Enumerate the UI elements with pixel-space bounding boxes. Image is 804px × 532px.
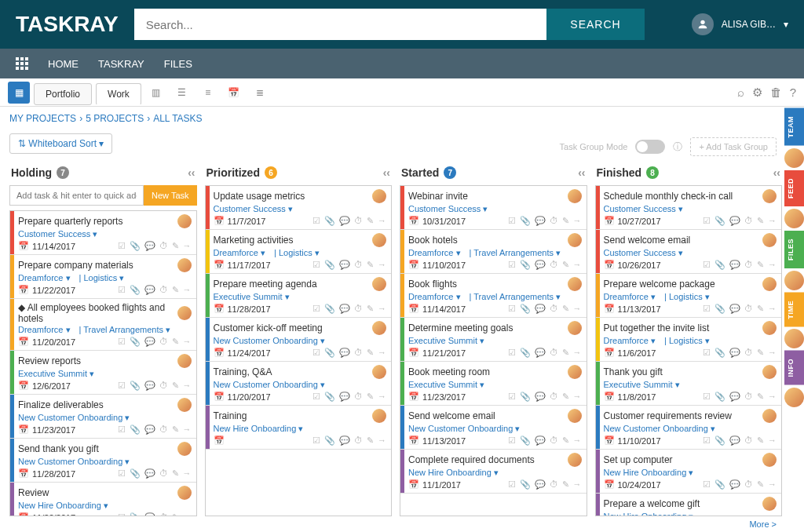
timer-icon[interactable]: ⏱ bbox=[744, 304, 753, 314]
chat-icon[interactable]: 💬 bbox=[144, 241, 155, 251]
card-project[interactable]: Dreamforce ▾ | Logistics ▾ bbox=[604, 292, 777, 302]
attachment-icon[interactable]: 📎 bbox=[130, 512, 141, 516]
card-project[interactable]: Customer Success ▾ bbox=[18, 229, 192, 239]
task-card[interactable]: Put together the invite list Dreamforce … bbox=[596, 318, 782, 362]
arrow-icon[interactable]: → bbox=[573, 392, 582, 402]
assignee-avatar[interactable] bbox=[177, 486, 192, 500]
nav-home[interactable]: HOME bbox=[48, 58, 79, 70]
task-card[interactable]: Webinar invite Customer Success ▾ 📅 10/3… bbox=[400, 186, 587, 230]
assignee-avatar[interactable] bbox=[568, 453, 582, 467]
timer-icon[interactable]: ⏱ bbox=[354, 216, 363, 226]
timer-icon[interactable]: ⏱ bbox=[550, 392, 558, 402]
card-project[interactable]: New Customer Onboarding ▾ bbox=[18, 413, 192, 423]
chat-icon[interactable]: 💬 bbox=[729, 260, 740, 270]
timer-icon[interactable]: ⏱ bbox=[744, 348, 753, 358]
edit-icon[interactable]: ✎ bbox=[562, 392, 569, 402]
timer-icon[interactable]: ⏱ bbox=[550, 260, 558, 270]
timer-icon[interactable]: ⏱ bbox=[159, 285, 168, 295]
chat-icon[interactable]: 💬 bbox=[535, 260, 546, 270]
arrow-icon[interactable]: → bbox=[768, 304, 777, 314]
task-group-toggle[interactable] bbox=[635, 140, 665, 154]
edit-icon[interactable]: ✎ bbox=[562, 348, 569, 358]
edit-icon[interactable]: ✎ bbox=[757, 392, 764, 402]
assignee-avatar[interactable] bbox=[177, 354, 192, 368]
timer-icon[interactable]: ⏱ bbox=[744, 479, 753, 490]
card-project[interactable]: Customer Success ▾ bbox=[604, 204, 777, 214]
arrow-icon[interactable]: → bbox=[768, 348, 777, 358]
edit-icon[interactable]: ✎ bbox=[367, 260, 374, 270]
chat-icon[interactable]: 💬 bbox=[535, 435, 546, 446]
card-project[interactable]: Executive Summit ▾ bbox=[18, 369, 192, 379]
assignee-avatar[interactable] bbox=[177, 398, 192, 412]
timer-icon[interactable]: ⏱ bbox=[159, 381, 168, 391]
side-tab-feed[interactable]: FEED bbox=[784, 170, 804, 206]
arrow-icon[interactable]: → bbox=[378, 348, 386, 358]
task-card[interactable]: Training New Hire Onboarding ▾ 📅 ☑ 📎 💬 ⏱… bbox=[206, 406, 392, 450]
edit-icon[interactable]: ✎ bbox=[172, 468, 179, 479]
checklist-icon[interactable]: ☑ bbox=[508, 392, 516, 402]
edit-icon[interactable]: ✎ bbox=[757, 479, 764, 490]
attachment-icon[interactable]: 📎 bbox=[324, 392, 335, 402]
task-card[interactable]: ◆ All employees booked flights and hotel… bbox=[10, 299, 196, 351]
align-view-icon[interactable]: ≡ bbox=[197, 82, 219, 104]
card-project[interactable]: Customer Success ▾ bbox=[214, 204, 387, 214]
card-project[interactable]: New Customer Onboarding ▾ bbox=[18, 457, 192, 467]
edit-icon[interactable]: ✎ bbox=[172, 425, 179, 435]
edit-icon[interactable]: ✎ bbox=[367, 392, 374, 402]
assignee-avatar[interactable] bbox=[762, 497, 777, 511]
tab-portfolio[interactable]: Portfolio bbox=[34, 83, 92, 105]
chat-icon[interactable]: 💬 bbox=[144, 381, 155, 391]
arrow-icon[interactable]: → bbox=[573, 348, 582, 358]
checklist-icon[interactable]: ☑ bbox=[118, 512, 126, 516]
side-avatar[interactable] bbox=[784, 148, 804, 168]
tab-work[interactable]: Work bbox=[96, 83, 141, 105]
assignee-avatar[interactable] bbox=[372, 233, 386, 247]
row-view-icon[interactable]: ≣ bbox=[249, 82, 271, 104]
attachment-icon[interactable]: 📎 bbox=[520, 348, 531, 358]
timer-icon[interactable]: ⏱ bbox=[354, 392, 363, 402]
assignee-avatar[interactable] bbox=[568, 321, 582, 335]
card-project[interactable]: New Hire Onboarding ▾ bbox=[18, 501, 192, 511]
assignee-avatar[interactable] bbox=[762, 321, 777, 335]
assignee-avatar[interactable] bbox=[762, 189, 777, 203]
chat-icon[interactable]: 💬 bbox=[339, 304, 350, 314]
assignee-avatar[interactable] bbox=[568, 365, 582, 379]
timer-icon[interactable]: ⏱ bbox=[744, 392, 753, 402]
task-card[interactable]: Send welcome email New Customer Onboardi… bbox=[400, 406, 587, 450]
edit-icon[interactable]: ✎ bbox=[757, 304, 764, 314]
collapse-icon[interactable]: ‹‹ bbox=[188, 166, 195, 179]
checklist-icon[interactable]: ☑ bbox=[312, 435, 320, 446]
checklist-icon[interactable]: ☑ bbox=[703, 304, 711, 314]
collapse-icon[interactable]: ‹‹ bbox=[383, 166, 390, 179]
card-project[interactable]: New Hire Onboarding ▾ bbox=[604, 468, 777, 478]
task-card[interactable]: Send welcome email Customer Success ▾ 📅 … bbox=[596, 230, 782, 274]
arrow-icon[interactable]: → bbox=[573, 435, 582, 446]
arrow-icon[interactable]: → bbox=[768, 479, 777, 490]
side-avatar[interactable] bbox=[784, 329, 804, 348]
attachment-icon[interactable]: 📎 bbox=[324, 435, 335, 446]
checklist-icon[interactable]: ☑ bbox=[703, 260, 711, 270]
arrow-icon[interactable]: → bbox=[573, 479, 582, 490]
checklist-icon[interactable]: ☑ bbox=[508, 435, 516, 446]
attachment-icon[interactable]: 📎 bbox=[520, 304, 531, 314]
card-project[interactable]: Dreamforce ▾ | Travel Arrangements ▾ bbox=[18, 325, 192, 335]
chat-icon[interactable]: 💬 bbox=[729, 392, 740, 402]
task-card[interactable]: Review reports Executive Summit ▾ 📅 12/6… bbox=[10, 351, 196, 395]
timer-icon[interactable]: ⏱ bbox=[744, 435, 753, 446]
arrow-icon[interactable]: → bbox=[183, 241, 192, 251]
side-avatar[interactable] bbox=[784, 271, 804, 290]
edit-icon[interactable]: ✎ bbox=[757, 260, 764, 270]
card-project[interactable]: Dreamforce ▾ | Travel Arrangements ▾ bbox=[408, 292, 582, 302]
timer-icon[interactable]: ⏱ bbox=[159, 241, 168, 251]
arrow-icon[interactable]: → bbox=[573, 260, 582, 270]
bc-my-projects[interactable]: MY PROJECTS bbox=[9, 113, 76, 124]
search-icon[interactable]: ⌕ bbox=[737, 86, 744, 100]
checklist-icon[interactable]: ☑ bbox=[312, 304, 320, 314]
attachment-icon[interactable]: 📎 bbox=[130, 381, 141, 391]
chat-icon[interactable]: 💬 bbox=[535, 479, 546, 490]
chat-icon[interactable]: 💬 bbox=[144, 512, 155, 516]
card-project[interactable]: New Hire Onboarding ▾ bbox=[214, 424, 387, 434]
assignee-avatar[interactable] bbox=[568, 277, 582, 291]
task-card[interactable]: Book meeting room Executive Summit ▾ 📅 1… bbox=[400, 362, 587, 406]
assignee-avatar[interactable] bbox=[568, 409, 582, 423]
